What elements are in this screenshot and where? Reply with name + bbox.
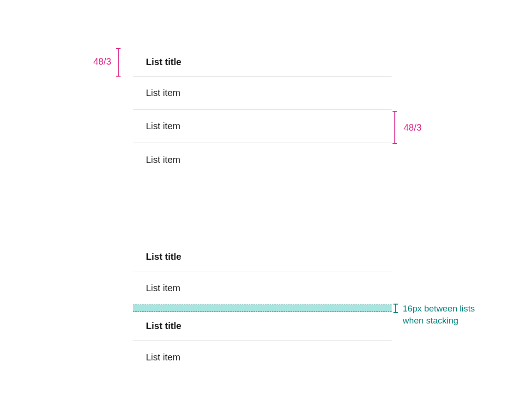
list-item[interactable]: List item	[133, 77, 392, 110]
list-title: List title	[133, 243, 392, 271]
list-item[interactable]: List item	[133, 271, 392, 305]
list-block-stack-a: List title List item	[133, 243, 392, 305]
list-title: List title	[133, 48, 392, 77]
dimension-label: 16px between lists when stacking	[403, 303, 475, 326]
stack-gap-highlight	[133, 305, 392, 312]
dimension-marker-stack-gap: 16px between lists when stacking	[393, 303, 475, 326]
dimension-label-line: 16px between lists	[403, 304, 475, 313]
dimension-label: 48/3	[404, 122, 422, 133]
dimension-bar-icon	[393, 304, 398, 313]
dimension-marker-row-height: 48/3	[393, 111, 422, 144]
list-item[interactable]: List item	[133, 110, 392, 143]
list-item[interactable]: List item	[133, 143, 392, 176]
list-block-stack-b: List title List item	[133, 312, 392, 374]
list-block-top: List title List item List item List item	[133, 48, 392, 176]
list-title: List title	[133, 312, 392, 341]
dimension-label: 48/3	[93, 56, 111, 67]
dimension-label-line: when stacking	[403, 316, 458, 325]
dimension-marker-title-height: 48/3	[93, 48, 121, 77]
dimension-bar-icon	[116, 48, 121, 77]
list-item[interactable]: List item	[133, 341, 392, 374]
dimension-bar-icon	[393, 111, 397, 144]
